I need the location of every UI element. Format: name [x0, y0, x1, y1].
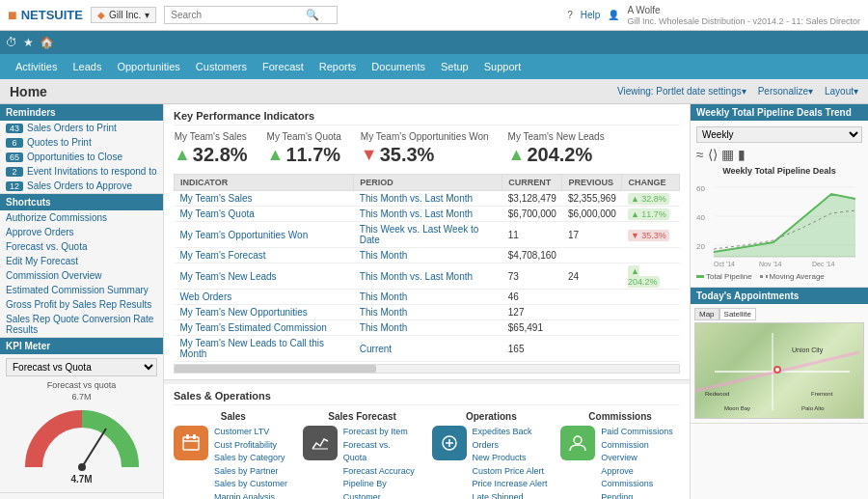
kpi-row-indicator[interactable]: My Team's Sales [175, 191, 354, 207]
shortcut-3[interactable]: Forecast vs. Quota [0, 239, 163, 254]
chart-period-select[interactable]: Weekly [696, 126, 862, 143]
table-row: My Team's New Leads to Call this Month C… [175, 336, 680, 362]
comm-link-3[interactable]: Approve Commissions [601, 465, 680, 491]
reminder-item-1[interactable]: 43 Sales Orders to Print [0, 121, 163, 135]
kpi-row-indicator[interactable]: My Team's New Leads to Call this Month [175, 336, 354, 362]
search-box[interactable]: 🔍 [164, 6, 338, 24]
sales-link-5[interactable]: Sales by Customer [214, 478, 287, 491]
kpi-row-current: 127 [502, 305, 562, 320]
chart-col-icon[interactable]: ▮ [738, 147, 746, 162]
map-tab-satellite[interactable]: Satellite [719, 308, 756, 320]
reminder-label-4[interactable]: Event Invitations to respond to [27, 166, 157, 177]
comm-link-2[interactable]: Commission Overview [601, 439, 680, 465]
kpi-table-scrollbar[interactable] [174, 364, 680, 374]
kpi-metric-leads: My Team's New Leads ▲ 204.2% [508, 131, 605, 166]
chart-bar-icon[interactable]: ▦ [721, 147, 734, 162]
map-tab-map[interactable]: Map [694, 308, 719, 320]
comm-link-1[interactable]: Paid Commissions [601, 426, 680, 439]
kpi-row-indicator[interactable]: My Team's New Opportunities [175, 305, 354, 320]
home-icon[interactable]: 🏠 [40, 36, 54, 49]
kpi-table-scrollbar-thumb[interactable] [175, 365, 376, 373]
kpi-row-current: 165 [502, 336, 562, 362]
quota-arrow: ▲ [267, 145, 285, 165]
reminder-item-4[interactable]: 2 Event Invitations to respond to [0, 164, 163, 179]
sales-content: Customer LTV Cust Profitability Sales by… [174, 426, 293, 499]
sales-link-1[interactable]: Customer LTV [214, 426, 287, 439]
shortcut-2[interactable]: Approve Orders [0, 225, 163, 239]
kpi-row-indicator[interactable]: My Team's Opportunities Won [175, 222, 354, 248]
logo: ■ NETSUITE [8, 7, 83, 24]
shortcut-8[interactable]: Sales Rep Quote Conversion Rate Results [0, 312, 163, 337]
company-badge[interactable]: ◆ Gill Inc. ▾ [91, 7, 156, 23]
ops-link-2[interactable]: New Products [473, 452, 552, 465]
sales-link-3[interactable]: Sales by Category [214, 452, 287, 465]
comm-link-4[interactable]: Pending Commissions [601, 491, 680, 500]
table-row: My Team's New Opportunities This Month 1… [175, 305, 680, 320]
viewing-link[interactable]: Viewing: Portlet date settings▾ [617, 86, 746, 97]
svg-text:Fremont: Fremont [811, 391, 833, 397]
sales-link-4[interactable]: Sales by Partner [214, 465, 287, 479]
reminder-item-5[interactable]: 12 Sales Orders to Approve [0, 179, 163, 193]
forecast-link-6[interactable]: Customer [343, 491, 415, 500]
search-icon[interactable]: 🔍 [306, 9, 319, 21]
kpi-row-indicator[interactable]: My Team's Forecast [175, 248, 354, 263]
nav-documents[interactable]: Documents [364, 54, 433, 79]
nav-customers[interactable]: Customers [188, 54, 255, 79]
nav-leads[interactable]: Leads [65, 54, 109, 79]
reminder-label-2[interactable]: Quotes to Print [27, 137, 92, 148]
forecast-link-5[interactable]: Pipeline By [343, 478, 415, 491]
sales-link-2[interactable]: Cust Profitability [214, 439, 287, 453]
ops-link-5[interactable]: Late Shipped [473, 491, 552, 500]
sales-arrow: ▲ [174, 145, 191, 165]
star-icon[interactable]: ★ [23, 36, 34, 49]
ops-link-4[interactable]: Price Increase Alert [473, 478, 552, 491]
help-icon[interactable]: ? [567, 10, 573, 20]
forecast-link-2[interactable]: Forecast vs. [343, 439, 415, 453]
chart-area-icon[interactable]: ⟨⟩ [708, 147, 718, 162]
shortcuts-section: Shortcuts Authorize Commissions Approve … [0, 194, 163, 338]
reminder-badge-5: 12 [6, 181, 23, 191]
nav-forecast[interactable]: Forecast [255, 54, 312, 79]
ops-link-3[interactable]: Custom Price Alert [473, 465, 552, 479]
kpi-row-indicator[interactable]: My Team's Estimated Commission [175, 320, 354, 336]
nav-activities[interactable]: Activities [8, 54, 65, 79]
kpi-row-indicator[interactable]: My Team's Quota [175, 207, 354, 222]
reminder-label-5[interactable]: Sales Orders to Approve [27, 180, 132, 191]
forecast-link-3[interactable]: Quota [343, 452, 415, 465]
svg-text:Oct '14: Oct '14 [714, 261, 735, 266]
chart-controls: ≈ ⟨⟩ ▦ ▮ [696, 147, 862, 162]
shortcut-1[interactable]: Authorize Commissions [0, 210, 163, 225]
logo-text: NETSUITE [21, 8, 83, 22]
reminder-item-3[interactable]: 65 Opportunities to Close [0, 150, 163, 164]
gauge-top-value: 6.7M [6, 392, 157, 402]
opps-value: 35.3% [380, 144, 435, 166]
ops-link-1[interactable]: Expedites Back Orders [473, 426, 552, 452]
nav-reports[interactable]: Reports [312, 54, 365, 79]
shortcut-5[interactable]: Commission Overview [0, 268, 163, 283]
shortcut-6[interactable]: Estimated Commission Summary [0, 283, 163, 297]
kpi-row-current: 11 [502, 222, 562, 248]
nav-opportunities[interactable]: Opportunities [109, 54, 187, 79]
forecast-link-4[interactable]: Forecast Accuracy [343, 465, 415, 479]
sales-ops-grid: Sales Customer LTV Cust [174, 411, 680, 499]
personalize-link[interactable]: Personalize▾ [758, 86, 813, 97]
svg-text:Palo Alto: Palo Alto [801, 405, 825, 411]
forecast-link-1[interactable]: Forecast by Item [343, 426, 415, 439]
shortcut-7[interactable]: Gross Profit by Sales Rep Results [0, 297, 163, 312]
sales-link-6[interactable]: Margin Analysis [214, 491, 287, 500]
kpi-meter-select[interactable]: Forecast vs Quota [6, 358, 157, 376]
layout-link[interactable]: Layout▾ [825, 86, 858, 97]
kpi-row-indicator[interactable]: My Team's New Leads [175, 263, 354, 290]
chart-line-icon[interactable]: ≈ [696, 147, 704, 162]
shortcut-4[interactable]: Edit My Forecast [0, 254, 163, 268]
clock-icon[interactable]: ⏱ [6, 36, 17, 49]
help-label[interactable]: Help [581, 10, 601, 20]
nav-setup[interactable]: Setup [433, 54, 476, 79]
reminder-label-1[interactable]: Sales Orders to Print [27, 123, 117, 133]
search-input[interactable] [171, 10, 306, 20]
kpi-row-indicator[interactable]: Web Orders [175, 290, 354, 305]
reminder-item-2[interactable]: 6 Quotes to Print [0, 135, 163, 150]
top-right: ? Help 👤 A Wolfe Gill Inc. Wholesale Dis… [567, 5, 860, 26]
reminder-label-3[interactable]: Opportunities to Close [27, 152, 122, 162]
nav-support[interactable]: Support [476, 54, 529, 79]
